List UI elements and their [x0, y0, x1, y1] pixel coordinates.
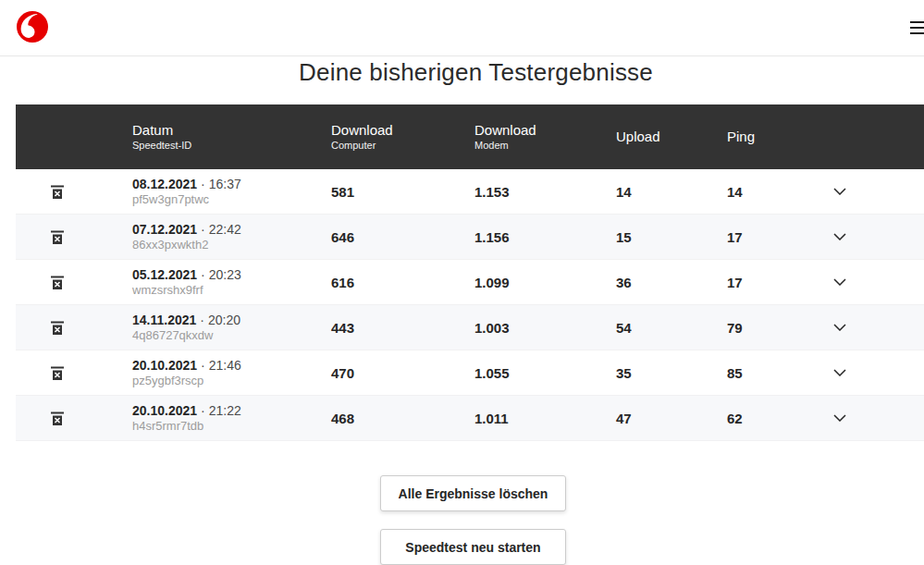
trash-icon [51, 365, 64, 380]
delete-row-button[interactable] [49, 409, 66, 427]
row-datum: 20.10.2021·21:46 pz5ygbf3rscp [132, 358, 331, 388]
row-time: 21:46 [209, 358, 241, 373]
row-download-computer: 470 [331, 365, 474, 381]
header-datum: Datum Speedtest-ID [132, 104, 331, 169]
row-date: 05.12.2021 [132, 267, 197, 282]
row-speedtest-id: pf5w3gn7ptwc [132, 192, 331, 207]
row-date: 20.10.2021 [132, 403, 197, 418]
trash-icon [51, 320, 64, 335]
date-time-separator: · [201, 403, 205, 418]
row-date: 07.12.2021 [132, 222, 197, 237]
row-upload: 14 [616, 184, 727, 200]
row-time: 20:23 [209, 267, 241, 282]
delete-row-button[interactable] [49, 227, 66, 246]
row-download-computer: 581 [331, 184, 474, 200]
expand-row-button[interactable] [830, 411, 850, 425]
row-speedtest-id: 4q86727qkxdw [132, 328, 331, 343]
hamburger-icon [910, 21, 924, 23]
header-ping: Ping [727, 104, 819, 169]
header-download-modem: Download Modem [474, 104, 616, 169]
delete-row-button[interactable] [49, 182, 66, 201]
date-time-separator: · [200, 313, 204, 327]
delete-row-button[interactable] [49, 363, 66, 382]
row-download-computer: 468 [331, 411, 474, 426]
results-table: Datum Speedtest-ID Download Computer Dow… [16, 104, 924, 441]
expand-row-button[interactable] [830, 365, 850, 380]
date-time-separator: · [201, 267, 205, 282]
chevron-down-icon [833, 414, 846, 422]
row-upload: 54 [616, 320, 727, 336]
row-ping: 79 [727, 320, 819, 336]
expand-row-button[interactable] [830, 275, 850, 289]
row-download-modem: 1.003 [474, 320, 616, 336]
trash-icon [51, 411, 64, 425]
row-download-modem: 1.099 [474, 275, 616, 290]
header-expand-spacer [819, 104, 924, 169]
date-time-separator: · [201, 177, 205, 191]
menu-button[interactable] [910, 20, 924, 39]
row-date: 08.12.2021 [132, 177, 197, 191]
row-datum: 08.12.2021·16:37 pf5w3gn7ptwc [132, 177, 331, 207]
delete-row-button[interactable] [49, 318, 66, 337]
row-download-modem: 1.055 [474, 365, 616, 381]
row-time: 21:22 [209, 403, 241, 418]
date-time-separator: · [201, 358, 205, 373]
row-time: 16:37 [209, 177, 241, 191]
table-row: 07.12.2021·22:42 86xx3pxwkth2 646 1.156 … [16, 215, 924, 260]
restart-speedtest-button[interactable]: Speedtest neu starten [380, 529, 566, 565]
row-speedtest-id: 86xx3pxwkth2 [132, 238, 331, 252]
row-datum: 14.11.2021·20:20 4q86727qkxdw [132, 313, 331, 343]
trash-icon [51, 229, 64, 244]
row-download-modem: 1.011 [474, 411, 616, 426]
row-ping: 62 [727, 411, 819, 426]
trash-icon [51, 275, 64, 289]
expand-row-button[interactable] [830, 184, 850, 199]
date-time-separator: · [201, 222, 205, 237]
header-upload: Upload [616, 104, 727, 169]
table-row: 14.11.2021·20:20 4q86727qkxdw 443 1.003 … [16, 305, 924, 350]
row-ping: 14 [727, 184, 819, 200]
table-row: 08.12.2021·16:37 pf5w3gn7ptwc 581 1.153 … [16, 169, 924, 215]
row-upload: 36 [616, 275, 727, 290]
table-row: 05.12.2021·20:23 wmzsrshx9frf 616 1.099 … [16, 260, 924, 305]
row-time: 22:42 [209, 222, 241, 237]
table-row: 20.10.2021·21:46 pz5ygbf3rscp 470 1.055 … [16, 350, 924, 396]
row-speedtest-id: wmzsrshx9frf [132, 283, 331, 298]
row-datum: 20.10.2021·21:22 h4sr5rmr7tdb [132, 403, 331, 434]
row-speedtest-id: pz5ygbf3rscp [132, 374, 331, 388]
chevron-down-icon [833, 324, 846, 331]
row-datum: 07.12.2021·22:42 86xx3pxwkth2 [132, 222, 331, 252]
chevron-down-icon [833, 188, 846, 195]
row-upload: 15 [616, 229, 727, 245]
delete-row-button[interactable] [49, 273, 66, 291]
chevron-down-icon [833, 369, 846, 376]
page-title: Deine bisherigen Testergebnisse [28, 58, 924, 87]
row-upload: 35 [616, 365, 727, 381]
chevron-down-icon [833, 233, 846, 240]
top-navigation [0, 0, 924, 56]
header-trash-spacer [16, 104, 132, 169]
row-download-modem: 1.153 [474, 184, 616, 200]
delete-all-results-button[interactable]: Alle Ergebnisse löschen [380, 475, 566, 511]
row-ping: 17 [727, 275, 819, 290]
row-download-computer: 443 [331, 320, 474, 336]
row-time: 20:20 [208, 313, 240, 327]
vodafone-logo-icon [17, 11, 48, 43]
row-ping: 17 [727, 229, 819, 245]
expand-row-button[interactable] [830, 320, 850, 335]
table-header: Datum Speedtest-ID Download Computer Dow… [16, 104, 924, 169]
table-row: 20.10.2021·21:22 h4sr5rmr7tdb 468 1.011 … [16, 396, 924, 441]
row-date: 20.10.2021 [132, 358, 197, 373]
row-download-modem: 1.156 [474, 229, 616, 245]
row-upload: 47 [616, 411, 727, 426]
chevron-down-icon [833, 278, 846, 286]
header-download-computer: Download Computer [331, 104, 474, 169]
expand-row-button[interactable] [830, 229, 850, 244]
row-date: 14.11.2021 [132, 313, 196, 327]
row-download-computer: 616 [331, 275, 474, 290]
row-ping: 85 [727, 365, 819, 381]
trash-icon [51, 184, 64, 199]
row-datum: 05.12.2021·20:23 wmzsrshx9frf [132, 267, 331, 298]
row-speedtest-id: h4sr5rmr7tdb [132, 419, 331, 434]
row-download-computer: 646 [331, 229, 474, 245]
